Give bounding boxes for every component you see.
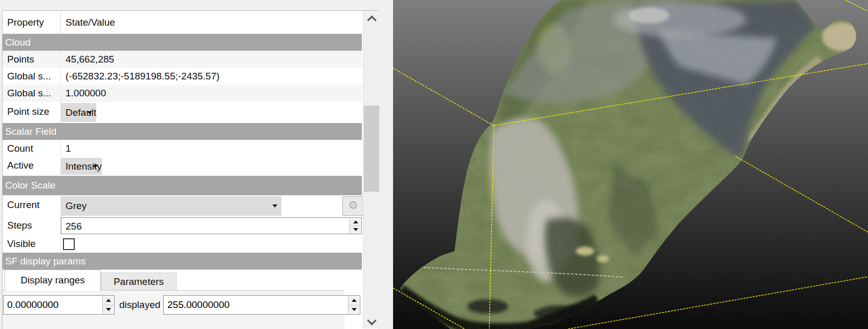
visible-label: Visible: [3, 235, 61, 253]
spin-down-icon[interactable]: [350, 225, 361, 233]
global-scale-label: Global s...: [3, 85, 61, 102]
section-scalar-field: Scalar Field: [3, 123, 362, 140]
gear-icon: ⚙: [348, 199, 358, 212]
spin-down-icon[interactable]: [349, 305, 359, 314]
scroll-down-icon[interactable]: [367, 316, 376, 325]
scrollbar-thumb[interactable]: [364, 106, 379, 192]
points-label: Points: [3, 51, 61, 68]
point-size-label: Point size: [3, 102, 61, 123]
scroll-up-icon[interactable]: [367, 15, 376, 25]
row-count: Count 1: [3, 140, 362, 157]
row-active-sf: Active Intensity: [3, 157, 362, 176]
count-label: Count: [3, 140, 61, 157]
sf-range-min-value: 0.00000000: [7, 299, 58, 310]
global-scale-value: 1.000000: [66, 85, 362, 102]
row-current-scale: Current Grey: [3, 195, 362, 217]
points-value: 45,662,285: [66, 51, 362, 68]
row-points: Points 45,662,285: [3, 51, 362, 68]
chevron-down-icon: [272, 204, 277, 208]
section-sf-display-params: SF display params: [3, 253, 362, 270]
section-cloud: Cloud: [3, 34, 362, 51]
steps-label: Steps: [3, 217, 61, 235]
color-scale-dropdown[interactable]: Grey: [61, 196, 281, 216]
current-scale-label: Current: [3, 195, 61, 217]
steps-spinbox[interactable]: 256: [61, 217, 362, 234]
count-value: 1: [66, 140, 362, 157]
global-shift-label: Global s...: [3, 68, 61, 85]
chevron-down-icon: [93, 165, 98, 168]
panel-scrollbar[interactable]: [363, 11, 380, 328]
chevron-down-icon: [87, 111, 92, 114]
displayed-label: displayed: [119, 295, 162, 315]
active-sf-dropdown[interactable]: Intensity: [61, 158, 102, 175]
row-point-size: Point size Default: [3, 102, 362, 123]
color-scale-settings-button[interactable]: ⚙: [342, 196, 364, 216]
row-steps: Steps 256: [3, 217, 362, 235]
point-size-dropdown[interactable]: Default: [61, 103, 96, 122]
properties-panel: Property State/Value Cloud Points 45,662…: [0, 0, 393, 329]
3d-viewport[interactable]: [393, 0, 868, 329]
visible-checkbox[interactable]: [63, 238, 75, 250]
color-scale-value: Grey: [66, 200, 86, 211]
row-global-shift: Global s... (-652832.23;-5189198.55;-243…: [3, 68, 362, 85]
max-spin-buttons: [348, 296, 359, 314]
spin-up-icon[interactable]: [349, 296, 359, 305]
spin-down-icon[interactable]: [103, 305, 114, 314]
sf-range-max-value: 255.00000000: [167, 299, 230, 310]
steps-value: 256: [66, 221, 82, 232]
header-property: Property: [3, 11, 61, 34]
sf-range-min-spinbox[interactable]: 0.00000000: [3, 295, 115, 315]
global-shift-value: (-652832.23;-5189198.55;-2435.57): [66, 68, 362, 85]
min-spin-buttons: [102, 296, 114, 314]
row-visible: Visible: [3, 235, 362, 253]
point-cloud-render: [393, 0, 868, 329]
tab-parameters[interactable]: Parameters: [101, 273, 177, 291]
spin-up-icon[interactable]: [103, 296, 114, 305]
section-color-scale: Color Scale: [3, 176, 362, 195]
tab-display-ranges[interactable]: Display ranges: [5, 270, 101, 291]
steps-spin-buttons: [350, 218, 361, 233]
row-global-scale: Global s... 1.000000: [3, 85, 362, 102]
active-sf-label: Active: [3, 157, 61, 176]
sf-range-max-spinbox[interactable]: 255.00000000: [163, 295, 360, 315]
header-state-value: State/Value: [66, 11, 362, 34]
spin-up-icon[interactable]: [350, 218, 361, 225]
display-ranges-tab-content: 0.00000000 displayed 255.00000000: [3, 290, 344, 329]
table-header: Property State/Value: [3, 11, 362, 34]
properties-table: Property State/Value Cloud Points 45,662…: [2, 10, 379, 329]
